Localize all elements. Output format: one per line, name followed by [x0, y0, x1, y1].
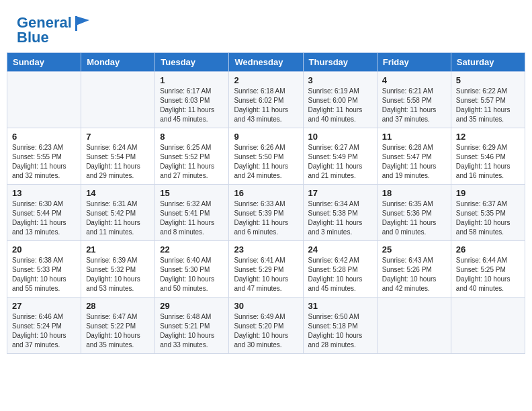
- day-info: Sunrise: 6:21 AMSunset: 5:58 PMDaylight:…: [382, 87, 446, 124]
- calendar-cell: 29Sunrise: 6:48 AMSunset: 5:21 PMDayligh…: [155, 298, 229, 354]
- calendar-cell: [377, 298, 451, 354]
- calendar-week-row: 13Sunrise: 6:30 AMSunset: 5:44 PMDayligh…: [7, 185, 525, 241]
- day-of-week-header: Thursday: [303, 53, 377, 72]
- calendar-week-row: 27Sunrise: 6:46 AMSunset: 5:24 PMDayligh…: [7, 298, 525, 354]
- day-of-week-header: Friday: [377, 53, 451, 72]
- day-number: 6: [12, 132, 76, 142]
- day-info: Sunrise: 6:24 AMSunset: 5:54 PMDaylight:…: [86, 143, 150, 181]
- day-number: 29: [160, 301, 224, 311]
- day-of-week-header: Sunday: [7, 53, 81, 72]
- calendar-cell: 21Sunrise: 6:39 AMSunset: 5:32 PMDayligh…: [81, 241, 155, 298]
- day-info: Sunrise: 6:47 AMSunset: 5:22 PMDaylight:…: [86, 312, 150, 350]
- day-number: 24: [308, 244, 372, 255]
- day-info: Sunrise: 6:31 AMSunset: 5:42 PMDaylight:…: [86, 199, 150, 237]
- day-info: Sunrise: 6:49 AMSunset: 5:20 PMDaylight:…: [234, 312, 298, 350]
- day-info: Sunrise: 6:17 AMSunset: 6:03 PMDaylight:…: [160, 87, 224, 124]
- day-number: 1: [160, 75, 224, 85]
- day-number: 18: [382, 188, 446, 198]
- day-number: 8: [160, 132, 224, 142]
- day-of-week-header: Wednesday: [229, 53, 303, 72]
- svg-marker-0: [76, 16, 89, 26]
- day-number: 3: [308, 75, 372, 85]
- day-number: 15: [160, 188, 224, 198]
- calendar-cell: 3Sunrise: 6:19 AMSunset: 6:00 PMDaylight…: [303, 72, 377, 128]
- calendar-cell: 7Sunrise: 6:24 AMSunset: 5:54 PMDaylight…: [81, 128, 155, 185]
- day-info: Sunrise: 6:30 AMSunset: 5:44 PMDaylight:…: [12, 199, 76, 237]
- day-number: 25: [382, 244, 446, 255]
- day-number: 19: [456, 188, 520, 198]
- day-number: 13: [12, 188, 76, 198]
- day-info: Sunrise: 6:48 AMSunset: 5:21 PMDaylight:…: [160, 312, 224, 350]
- calendar-cell: 5Sunrise: 6:22 AMSunset: 5:57 PMDaylight…: [451, 72, 525, 128]
- calendar-cell: 23Sunrise: 6:41 AMSunset: 5:29 PMDayligh…: [229, 241, 303, 298]
- day-info: Sunrise: 6:37 AMSunset: 5:35 PMDaylight:…: [456, 199, 520, 237]
- day-info: Sunrise: 6:44 AMSunset: 5:25 PMDaylight:…: [456, 256, 520, 293]
- calendar-cell: 6Sunrise: 6:23 AMSunset: 5:55 PMDaylight…: [7, 128, 81, 185]
- calendar-week-row: 20Sunrise: 6:38 AMSunset: 5:33 PMDayligh…: [7, 241, 525, 298]
- day-info: Sunrise: 6:40 AMSunset: 5:30 PMDaylight:…: [160, 256, 224, 293]
- day-number: 26: [456, 244, 520, 255]
- day-of-week-header: Tuesday: [155, 53, 229, 72]
- day-number: 30: [234, 301, 298, 311]
- calendar-cell: 10Sunrise: 6:27 AMSunset: 5:49 PMDayligh…: [303, 128, 377, 185]
- logo: General Blue: [17, 13, 92, 46]
- calendar-cell: 27Sunrise: 6:46 AMSunset: 5:24 PMDayligh…: [7, 298, 81, 354]
- calendar-cell: 2Sunrise: 6:18 AMSunset: 6:02 PMDaylight…: [229, 72, 303, 128]
- calendar-cell: 18Sunrise: 6:35 AMSunset: 5:36 PMDayligh…: [377, 185, 451, 241]
- day-info: Sunrise: 6:35 AMSunset: 5:36 PMDaylight:…: [382, 199, 446, 237]
- day-info: Sunrise: 6:23 AMSunset: 5:55 PMDaylight:…: [12, 143, 76, 181]
- day-number: 5: [456, 75, 520, 85]
- calendar-cell: 28Sunrise: 6:47 AMSunset: 5:22 PMDayligh…: [81, 298, 155, 354]
- day-number: 16: [234, 188, 298, 198]
- calendar-cell: 17Sunrise: 6:34 AMSunset: 5:38 PMDayligh…: [303, 185, 377, 241]
- day-info: Sunrise: 6:33 AMSunset: 5:39 PMDaylight:…: [234, 199, 298, 237]
- calendar-cell: 8Sunrise: 6:25 AMSunset: 5:52 PMDaylight…: [155, 128, 229, 185]
- day-info: Sunrise: 6:26 AMSunset: 5:50 PMDaylight:…: [234, 143, 298, 181]
- calendar-cell: 14Sunrise: 6:31 AMSunset: 5:42 PMDayligh…: [81, 185, 155, 241]
- calendar-cell: 22Sunrise: 6:40 AMSunset: 5:30 PMDayligh…: [155, 241, 229, 298]
- calendar-cell: 20Sunrise: 6:38 AMSunset: 5:33 PMDayligh…: [7, 241, 81, 298]
- day-info: Sunrise: 6:18 AMSunset: 6:02 PMDaylight:…: [234, 87, 298, 124]
- logo-blue: Blue: [17, 29, 49, 46]
- day-info: Sunrise: 6:43 AMSunset: 5:26 PMDaylight:…: [382, 256, 446, 293]
- day-info: Sunrise: 6:42 AMSunset: 5:28 PMDaylight:…: [308, 256, 372, 293]
- day-number: 7: [86, 132, 150, 142]
- day-number: 17: [308, 188, 372, 198]
- calendar-cell: 25Sunrise: 6:43 AMSunset: 5:26 PMDayligh…: [377, 241, 451, 298]
- calendar-cell: 15Sunrise: 6:32 AMSunset: 5:41 PMDayligh…: [155, 185, 229, 241]
- day-number: 28: [86, 301, 150, 311]
- calendar-cell: 9Sunrise: 6:26 AMSunset: 5:50 PMDaylight…: [229, 128, 303, 185]
- day-number: 21: [86, 244, 150, 255]
- day-number: 14: [86, 188, 150, 198]
- calendar-cell: 24Sunrise: 6:42 AMSunset: 5:28 PMDayligh…: [303, 241, 377, 298]
- day-info: Sunrise: 6:22 AMSunset: 5:57 PMDaylight:…: [456, 87, 520, 124]
- day-of-week-header: Saturday: [451, 53, 525, 72]
- calendar-cell: 13Sunrise: 6:30 AMSunset: 5:44 PMDayligh…: [7, 185, 81, 241]
- day-info: Sunrise: 6:27 AMSunset: 5:49 PMDaylight:…: [308, 143, 372, 181]
- day-info: Sunrise: 6:38 AMSunset: 5:33 PMDaylight:…: [12, 256, 76, 293]
- calendar-cell: 30Sunrise: 6:49 AMSunset: 5:20 PMDayligh…: [229, 298, 303, 354]
- day-info: Sunrise: 6:19 AMSunset: 6:00 PMDaylight:…: [308, 87, 372, 124]
- calendar-cell: 19Sunrise: 6:37 AMSunset: 5:35 PMDayligh…: [451, 185, 525, 241]
- calendar-cell: 26Sunrise: 6:44 AMSunset: 5:25 PMDayligh…: [451, 241, 525, 298]
- day-info: Sunrise: 6:25 AMSunset: 5:52 PMDaylight:…: [160, 143, 224, 181]
- calendar-cell: 31Sunrise: 6:50 AMSunset: 5:18 PMDayligh…: [303, 298, 377, 354]
- day-number: 27: [12, 301, 76, 311]
- calendar-cell: [7, 72, 81, 128]
- day-number: 22: [160, 244, 224, 255]
- day-number: 31: [308, 301, 372, 311]
- calendar-cell: 1Sunrise: 6:17 AMSunset: 6:03 PMDaylight…: [155, 72, 229, 128]
- day-number: 9: [234, 132, 298, 142]
- calendar-week-row: 6Sunrise: 6:23 AMSunset: 5:55 PMDaylight…: [7, 128, 525, 185]
- calendar-cell: [81, 72, 155, 128]
- day-info: Sunrise: 6:28 AMSunset: 5:47 PMDaylight:…: [382, 143, 446, 181]
- day-number: 11: [382, 132, 446, 142]
- day-info: Sunrise: 6:41 AMSunset: 5:29 PMDaylight:…: [234, 256, 298, 293]
- calendar-cell: 16Sunrise: 6:33 AMSunset: 5:39 PMDayligh…: [229, 185, 303, 241]
- calendar-cell: 12Sunrise: 6:29 AMSunset: 5:46 PMDayligh…: [451, 128, 525, 185]
- day-number: 20: [12, 244, 76, 255]
- day-number: 23: [234, 244, 298, 255]
- page-header: General Blue: [7, 7, 525, 49]
- calendar-week-row: 1Sunrise: 6:17 AMSunset: 6:03 PMDaylight…: [7, 72, 525, 128]
- day-number: 10: [308, 132, 372, 142]
